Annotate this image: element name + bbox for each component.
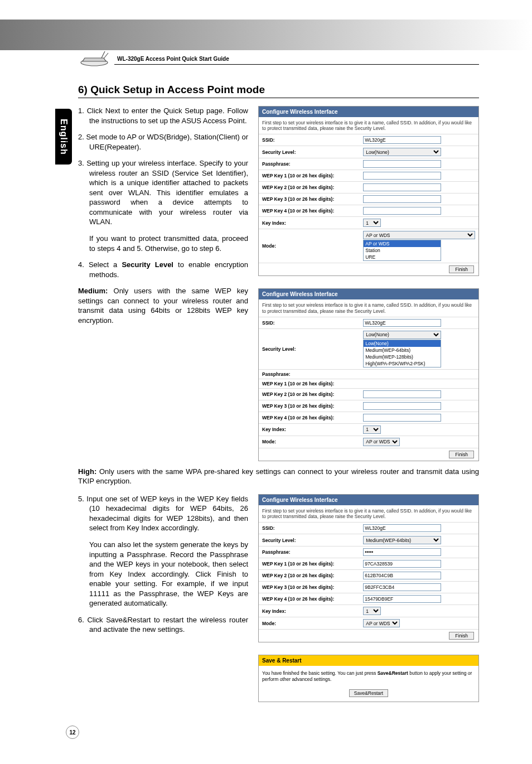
- step-6: 6. Click Save&Restart to restart the wir…: [78, 615, 248, 635]
- wep1-input[interactable]: [363, 560, 441, 568]
- medium-note: Medium: Only users with the same WEP key…: [78, 286, 248, 325]
- security-select[interactable]: Low(None): [363, 331, 441, 339]
- save-restart-title: Save & Restart: [259, 655, 478, 666]
- high-note: High: Only users with the same WPA pre-s…: [78, 467, 479, 486]
- wep4-input[interactable]: [363, 414, 441, 422]
- save-restart-button[interactable]: Save&Restart: [349, 689, 388, 697]
- wep2-input[interactable]: [363, 572, 441, 579]
- key-index-select[interactable]: 1: [363, 219, 381, 227]
- key-index-select[interactable]: 1: [363, 425, 381, 434]
- router-icon: [78, 50, 110, 67]
- step-2: 2. Set mode to AP or WDS(Bridge), Statio…: [78, 132, 248, 152]
- key-index-select[interactable]: 1: [363, 607, 381, 615]
- mode-select[interactable]: AP or WDS: [363, 438, 400, 446]
- config-panel-2: Configure Wireless Interface First step …: [258, 288, 479, 461]
- wep2-input[interactable]: [363, 390, 441, 398]
- step-1: 1. Click Next to enter the Quick Setup p…: [78, 106, 248, 125]
- ssid-input[interactable]: [363, 319, 441, 327]
- svg-line-1: [101, 51, 105, 58]
- ssid-input[interactable]: [363, 524, 441, 532]
- mode-dropdown-open[interactable]: AP or WDS Station URE: [363, 240, 441, 261]
- step-3-sub: If you want to protect transmitted data,…: [78, 234, 248, 253]
- panel-title: Configure Wireless Interface: [259, 289, 478, 299]
- panel-desc: First step to set your wireless interfac…: [259, 117, 478, 134]
- step-5-sub: You can also let the system generate the…: [78, 540, 248, 608]
- wep4-input[interactable]: [363, 595, 441, 603]
- step-5: 5. Input one set of WEP keys in the WEP …: [78, 494, 248, 533]
- finish-button[interactable]: Finish: [449, 451, 474, 458]
- mode-select[interactable]: AP or WDS: [363, 619, 400, 627]
- step-4: 4. Select a Security Level to enable enc…: [78, 260, 248, 279]
- wep2-input[interactable]: [363, 183, 441, 191]
- security-select[interactable]: Low(None): [363, 148, 441, 156]
- config-panel-1: Configure Wireless Interface First step …: [258, 106, 479, 276]
- wep3-input[interactable]: [363, 583, 441, 591]
- wep3-input[interactable]: [363, 195, 441, 203]
- step-3: 3. Setting up your wireless interface. S…: [78, 158, 248, 227]
- config-panel-3: Configure Wireless Interface First step …: [258, 494, 479, 642]
- security-dropdown-open[interactable]: Low(None) Medium(WEP-64bits) Medium(WEP-…: [363, 340, 441, 368]
- save-restart-panel: Save & Restart You have finished the bas…: [258, 655, 479, 702]
- wep1-input[interactable]: [363, 172, 441, 180]
- security-select[interactable]: Medium(WEP-64bits): [363, 536, 441, 544]
- page-number: 12: [66, 726, 79, 739]
- wep3-input[interactable]: [363, 402, 441, 410]
- guide-title: WL-320gE Access Point Quick Start Guide: [117, 56, 229, 62]
- mode-select[interactable]: AP or WDS: [363, 231, 475, 239]
- panel-desc: First step to set your wireless interfac…: [259, 299, 478, 316]
- passphrase-input[interactable]: [363, 548, 441, 556]
- panel-title: Configure Wireless Interface: [259, 107, 478, 117]
- wep4-input[interactable]: [363, 207, 441, 215]
- finish-button[interactable]: Finish: [449, 632, 474, 640]
- panel-title: Configure Wireless Interface: [259, 495, 478, 505]
- panel-desc: First step to set your wireless interfac…: [259, 505, 478, 522]
- ssid-input[interactable]: [363, 136, 441, 144]
- svg-line-2: [104, 53, 108, 59]
- finish-button[interactable]: Finish: [449, 265, 474, 273]
- section-heading: 6) Quick Setup in Access Point mode: [78, 84, 479, 98]
- passphrase-input[interactable]: [363, 160, 441, 168]
- save-restart-body: You have finished the basic setting. You…: [259, 666, 478, 687]
- language-tab: English: [55, 109, 72, 165]
